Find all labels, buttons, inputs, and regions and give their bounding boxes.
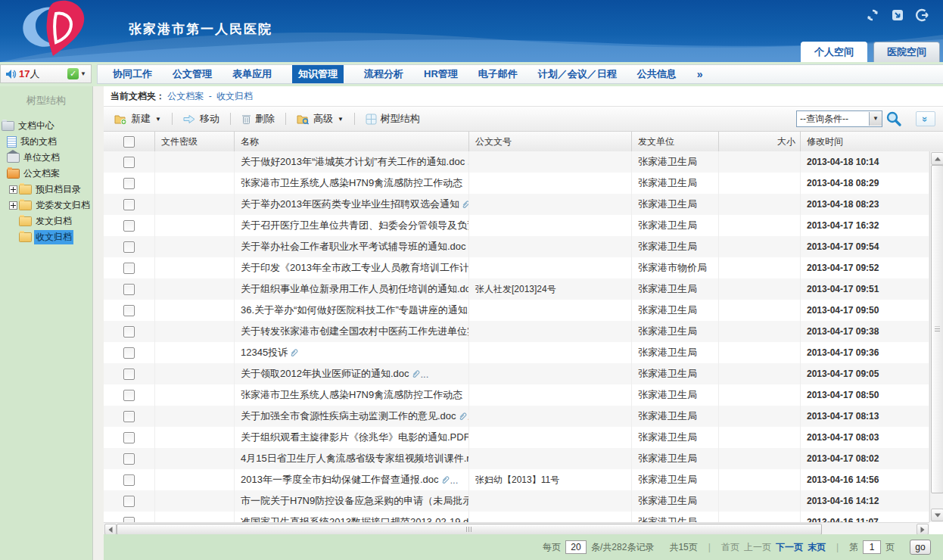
nav-item-7[interactable]: 计划／会议／日程 — [538, 67, 617, 81]
scroll-up-arrow[interactable] — [931, 152, 943, 165]
table-row: 张家港市卫生系统人感染H7N9禽流感防控工作动态（第1 张家港卫生局 2013-… — [104, 173, 929, 194]
vertical-scrollbar[interactable] — [929, 151, 943, 522]
nav-more-button[interactable]: » — [697, 68, 703, 80]
advanced-button[interactable]: 高级 ▼ — [294, 110, 347, 128]
more-ellipsis[interactable]: ... — [421, 369, 429, 380]
first-page-link[interactable]: 首页 — [721, 541, 739, 554]
move-button[interactable]: 移动 — [180, 110, 223, 128]
table-row: 2013年一季度全市妇幼保健工作督查通报.doc ... 张妇幼【2013】11… — [104, 469, 929, 490]
row-checkbox[interactable] — [123, 241, 135, 253]
search-icon[interactable] — [885, 110, 902, 127]
document-link[interactable]: 关于转发张家港市创建全国农村中医药工作先进单位实施方 — [241, 325, 469, 338]
scroll-down-arrow[interactable] — [931, 509, 943, 521]
document-link[interactable]: 关于组织事业单位新录用工作人员初任培训的通知.doc — [241, 282, 469, 296]
row-checkbox[interactable] — [123, 411, 135, 422]
cell-docno — [469, 194, 632, 215]
breadcrumb-current-link[interactable]: 收文归档 — [216, 91, 253, 101]
tree-view-button[interactable]: 树型结构 — [363, 110, 423, 128]
document-link[interactable]: 张家港市卫生系统人感染H7N9禽流感防控工作动态（第1 — [241, 176, 469, 190]
horizontal-scrollbar[interactable] — [104, 522, 929, 534]
scroll-right-arrow[interactable] — [917, 524, 929, 535]
refresh-icon[interactable] — [866, 8, 879, 22]
row-checkbox[interactable] — [123, 347, 135, 359]
row-checkbox[interactable] — [123, 517, 135, 523]
row-checkbox[interactable] — [123, 157, 135, 168]
nav-item-4[interactable]: 流程分析 — [364, 67, 403, 81]
document-link[interactable]: 36.关于举办“如何做好医院科技工作”专题讲座的通知.doc — [241, 303, 469, 317]
document-link[interactable]: 张家港市卫生系统人感染H7N9禽流感防控工作动态（第9 — [241, 388, 469, 402]
tree-item-7[interactable]: 收文归档 — [0, 229, 92, 245]
row-checkbox[interactable] — [123, 263, 135, 274]
sidebar-splitter[interactable] — [92, 86, 104, 560]
cell-size — [719, 151, 801, 173]
document-link[interactable]: 关于举办2013年医药类专业毕业生招聘双选会通知 — [241, 198, 459, 211]
nav-item-3[interactable]: 知识管理 — [292, 65, 344, 83]
document-link[interactable]: 关于举办社会工作者职业水平考试辅导班的通知.doc — [241, 240, 466, 254]
per-page-input[interactable] — [565, 540, 587, 554]
delete-button[interactable]: 删除 — [238, 110, 278, 128]
document-link[interactable]: 2013年一季度全市妇幼保健工作督查通报.doc — [241, 473, 439, 487]
row-checkbox[interactable] — [123, 390, 135, 401]
cell-name: 准国家卫生直报系统2013数据接口规范2013-02-19.doc — [235, 512, 469, 522]
collapse-panel-button[interactable]: » — [916, 111, 935, 126]
row-checkbox[interactable] — [123, 496, 135, 507]
breadcrumb-parent-link[interactable]: 公文档案 — [167, 91, 204, 101]
next-page-link[interactable]: 下一页 — [776, 541, 803, 554]
space-tab-1[interactable]: 医院空间 — [873, 42, 940, 62]
cell-size — [719, 427, 801, 448]
logout-icon[interactable] — [916, 8, 929, 22]
tree-item-5[interactable]: 党委发文归档 — [0, 198, 92, 213]
cell-secrecy — [155, 173, 235, 194]
tree-item-1[interactable]: 我的文档 — [0, 134, 92, 150]
tree-item-6[interactable]: 发文归档 — [0, 213, 92, 229]
row-checkbox[interactable] — [123, 284, 135, 295]
cell-name: 12345投诉 — [235, 342, 469, 363]
row-checkbox[interactable] — [123, 305, 135, 316]
document-link[interactable]: 关于召开医疗卫生单位共青团、妇委会分管领导及负责人会 — [241, 219, 469, 232]
vertical-scroll-thumb[interactable] — [931, 165, 943, 493]
row-checkbox[interactable] — [123, 178, 135, 189]
row-checkbox[interactable] — [123, 199, 135, 210]
status-dropdown[interactable]: ✓ ▼ — [67, 68, 86, 79]
document-link[interactable]: 4月15日省卫生厅人禽流感省级专家组视频培训课件.rar — [241, 452, 469, 465]
row-checkbox[interactable] — [123, 432, 135, 443]
expand-plus-icon[interactable] — [9, 185, 17, 194]
prev-page-link[interactable]: 上一页 — [744, 541, 771, 554]
go-button[interactable]: go — [910, 540, 931, 555]
scroll-left-arrow[interactable] — [104, 524, 117, 535]
nav-item-0[interactable]: 协同工作 — [113, 67, 152, 81]
document-link[interactable]: 关于做好2013年“港城英才计划”有关工作的通知.doc — [241, 155, 465, 169]
row-checkbox[interactable] — [123, 474, 135, 486]
space-tab-0[interactable]: 个人空间 — [801, 42, 867, 62]
last-page-link[interactable]: 末页 — [808, 541, 826, 554]
nav-item-2[interactable]: 表单应用 — [232, 67, 272, 81]
query-condition-select[interactable]: --查询条件-- ▼ — [796, 110, 882, 127]
new-button[interactable]: 新建 ▼ — [111, 110, 164, 128]
nav-item-1[interactable]: 公文管理 — [173, 67, 212, 81]
row-checkbox[interactable] — [123, 453, 135, 465]
export-icon[interactable] — [891, 8, 904, 22]
tree-item-2[interactable]: 单位文档 — [0, 150, 92, 166]
expand-plus-icon[interactable] — [9, 201, 17, 210]
tree-item-0[interactable]: 文档中心 — [0, 118, 92, 134]
row-checkbox[interactable] — [123, 369, 135, 380]
document-link[interactable]: 准国家卫生直报系统2013数据接口规范2013-02-19.doc — [241, 515, 469, 522]
document-link[interactable]: 关于加强全市食源性疾病主动监测工作的意见.doc — [241, 409, 456, 423]
document-link[interactable]: 市一院关于H7N9防控设备应急采购的申请（未局批示）.P — [241, 494, 469, 508]
row-checkbox[interactable] — [123, 220, 135, 232]
more-ellipsis[interactable]: ... — [450, 474, 459, 486]
nav-item-6[interactable]: 电子邮件 — [478, 67, 518, 81]
select-all-checkbox[interactable] — [123, 136, 135, 148]
tree-item-3[interactable]: 公文档案 — [0, 166, 92, 182]
document-link[interactable]: 关于领取2012年执业医师证的通知.doc — [241, 367, 409, 381]
tree-item-4[interactable]: 预归档目录 — [0, 182, 92, 198]
horizontal-scroll-thumb[interactable] — [117, 524, 822, 535]
cell-unit: 张家港卫生局 — [632, 363, 719, 384]
document-link[interactable]: 关于印发《2013年全市政工专业人员教育培训工作计划》的 — [241, 261, 469, 275]
document-link[interactable]: 12345投诉 — [241, 346, 288, 359]
nav-item-8[interactable]: 公共信息 — [637, 67, 677, 81]
row-checkbox[interactable] — [123, 326, 135, 338]
nav-item-5[interactable]: HR管理 — [424, 67, 458, 81]
document-link[interactable]: 关于组织观看主旋律影片《徐兆华》电影的通知.PDF — [241, 431, 469, 444]
page-number-input[interactable] — [863, 540, 881, 554]
